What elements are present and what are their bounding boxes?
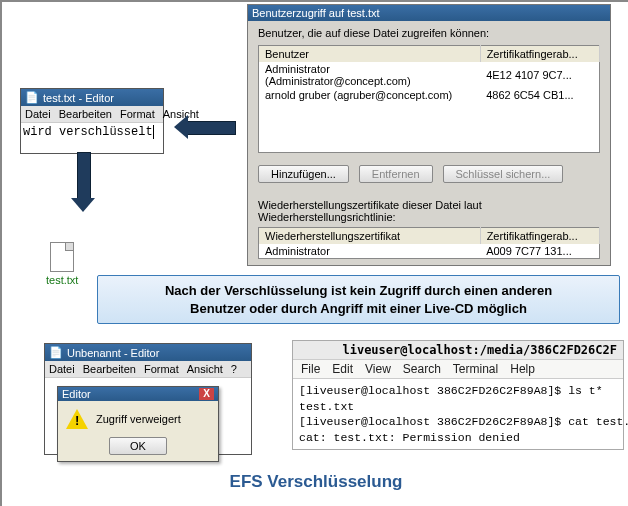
col-recov-cert[interactable]: Wiederherstellungszertifikat xyxy=(259,228,481,245)
file-label: test.txt xyxy=(46,274,78,286)
backup-key-button: Schlüssel sichern... xyxy=(443,165,564,183)
editor1-menubar: Datei Bearbeiten Format Ansicht xyxy=(21,106,163,123)
cell-thumb: 4E12 4107 9C7... xyxy=(480,62,599,88)
cell-user: Administrator (Administrator@concept.com… xyxy=(259,62,481,88)
close-icon[interactable]: X xyxy=(199,388,214,400)
table-row[interactable]: Administrator (Administrator@concept.com… xyxy=(259,62,600,88)
add-button[interactable]: Hinzufügen... xyxy=(258,165,349,183)
term-line: test.txt xyxy=(299,400,354,413)
editor2-titlebar[interactable]: 📄 Unbenannt - Editor xyxy=(45,344,251,361)
col-user[interactable]: Benutzer xyxy=(259,46,481,63)
cell-thumb: 4862 6C54 CB1... xyxy=(480,88,599,102)
table-row[interactable]: arnold gruber (agruber@concept.com) 4862… xyxy=(259,88,600,102)
terminal-title: liveuser@localhost:/media/386C2FD26C2F xyxy=(293,341,623,360)
terminal-window: liveuser@localhost:/media/386C2FD26C2F F… xyxy=(292,340,624,450)
remove-button: Entfernen xyxy=(359,165,433,183)
banner-line1: Nach der Verschlüsselung ist kein Zugrif… xyxy=(106,282,611,300)
encrypted-file-icon[interactable]: test.txt xyxy=(46,242,78,286)
editor1-title: test.txt - Editor xyxy=(43,92,114,104)
banner-line2: Benutzer oder durch Angriff mit einer Li… xyxy=(106,300,611,318)
editor1-content: wird verschlüsselt xyxy=(23,125,153,139)
error-dialog: Editor X Zugriff verweigert OK xyxy=(57,386,219,462)
col-thumb[interactable]: Zertifikatfingerab... xyxy=(480,46,599,63)
term-menu-search[interactable]: Search xyxy=(403,362,441,376)
cell-recov-cert: Administrator xyxy=(259,244,481,259)
error-text: Zugriff verweigert xyxy=(96,413,181,425)
table-row[interactable]: Administrator A009 7C77 131... xyxy=(259,244,600,259)
recovery-table: Wiederherstellungszertifikat Zertifikatf… xyxy=(258,227,600,259)
term-menu-edit[interactable]: Edit xyxy=(332,362,353,376)
term-menu-file[interactable]: File xyxy=(301,362,320,376)
page-title: EFS Verschlüsselung xyxy=(2,472,628,492)
editor-window-1: 📄 test.txt - Editor Datei Bearbeiten For… xyxy=(20,88,164,154)
menu-format[interactable]: Format xyxy=(120,108,155,120)
menu-file[interactable]: Datei xyxy=(25,108,51,120)
page-icon xyxy=(50,242,74,272)
cell-recov-thumb: A009 7C77 131... xyxy=(480,244,599,259)
cell-user: arnold gruber (agruber@concept.com) xyxy=(259,88,481,102)
col-recov-thumb[interactable]: Zertifikatfingerab... xyxy=(480,228,599,245)
terminal-output[interactable]: [liveuser@localhost 386C2FD26C2F89A8]$ l… xyxy=(293,379,623,449)
info-banner: Nach der Verschlüsselung ist kein Zugrif… xyxy=(97,275,620,324)
menu-view[interactable]: Ansicht xyxy=(187,363,223,375)
term-menu-view[interactable]: View xyxy=(365,362,391,376)
arrow-left-icon xyxy=(174,115,234,139)
notepad-icon: 📄 xyxy=(25,91,39,104)
term-line: [liveuser@localhost 386C2FD26C2F89A8]$ c… xyxy=(299,415,628,428)
editor2-title: Unbenannt - Editor xyxy=(67,347,159,359)
menu-edit[interactable]: Bearbeiten xyxy=(83,363,136,375)
ok-button[interactable]: OK xyxy=(109,437,167,455)
recovery-label: Wiederherstellungszertifikate dieser Dat… xyxy=(258,199,600,223)
term-menu-help[interactable]: Help xyxy=(510,362,535,376)
efs-title: Benutzerzugriff auf test.txt xyxy=(252,7,380,19)
menu-help[interactable]: ? xyxy=(231,363,237,375)
editor1-textarea[interactable]: wird verschlüsselt xyxy=(21,123,163,153)
term-line: cat: test.txt: Permission denied xyxy=(299,431,520,444)
menu-format[interactable]: Format xyxy=(144,363,179,375)
editor2-menubar: Datei Bearbeiten Format Ansicht ? xyxy=(45,361,251,378)
terminal-menubar: File Edit View Search Terminal Help xyxy=(293,360,623,379)
menu-file[interactable]: Datei xyxy=(49,363,75,375)
efs-titlebar[interactable]: Benutzerzugriff auf test.txt xyxy=(248,5,610,21)
editor-window-2: 📄 Unbenannt - Editor Datei Bearbeiten Fo… xyxy=(44,343,252,455)
menu-edit[interactable]: Bearbeiten xyxy=(59,108,112,120)
warning-icon xyxy=(66,409,88,429)
arrow-down-icon xyxy=(71,152,95,212)
term-line: [liveuser@localhost 386C2FD26C2F89A8]$ l… xyxy=(299,384,603,397)
editor1-titlebar[interactable]: 📄 test.txt - Editor xyxy=(21,89,163,106)
error-title: Editor xyxy=(62,388,91,400)
notepad-icon: 📄 xyxy=(49,346,63,359)
efs-intro: Benutzer, die auf diese Datei zugreifen … xyxy=(258,27,600,39)
term-menu-terminal[interactable]: Terminal xyxy=(453,362,498,376)
efs-access-dialog: Benutzerzugriff auf test.txt Benutzer, d… xyxy=(247,4,611,266)
efs-users-table: Benutzer Zertifikatfingerab... Administr… xyxy=(258,45,600,153)
